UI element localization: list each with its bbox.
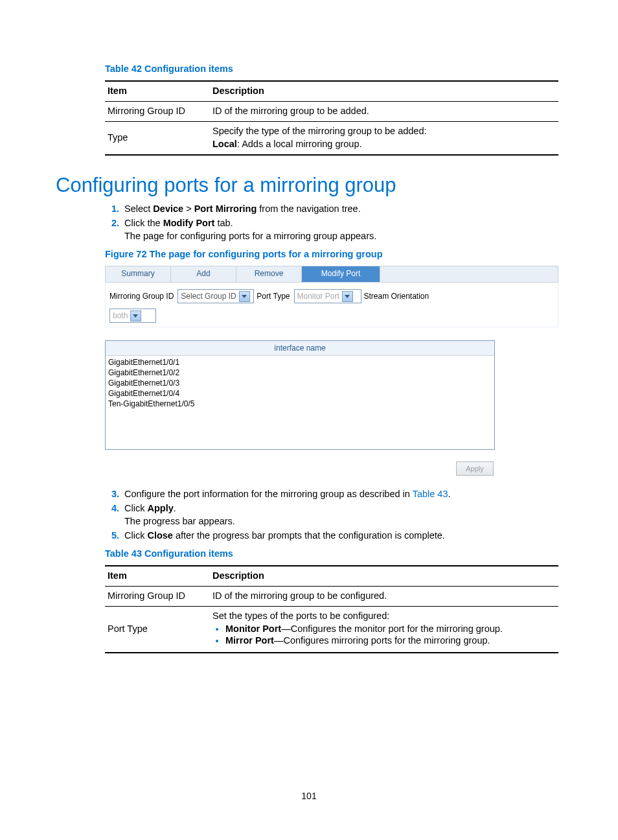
table43-r1-desc: ID of the mirroring group to be configur… bbox=[210, 587, 558, 607]
step1-mid: > bbox=[183, 204, 194, 214]
table42-r2-bold: Local bbox=[212, 139, 237, 149]
tab-rest bbox=[380, 266, 558, 282]
step2-extra: The page for configuring ports for a mir… bbox=[124, 231, 562, 241]
step5-b: Close bbox=[147, 530, 173, 541]
step3-link[interactable]: Table 43 bbox=[413, 489, 448, 499]
step1-pre: Select bbox=[124, 204, 153, 214]
tab-bar: Summary Add Remove Modify Port bbox=[105, 266, 558, 283]
table42-r1-item: Mirroring Group ID bbox=[105, 102, 210, 122]
section-heading: Configuring ports for a mirroring group bbox=[56, 174, 562, 197]
table43-r2-b2-rest: —Configures mirroring ports for the mirr… bbox=[274, 635, 490, 646]
step-1: Select Device > Port Mirroring from the … bbox=[122, 204, 562, 214]
table42-r2-line1: Specify the type of the mirroring group … bbox=[212, 126, 426, 136]
tab-modify-port[interactable]: Modify Port bbox=[302, 266, 380, 282]
table43-r2-b2-bold: Mirror Port bbox=[225, 635, 274, 646]
step-3: Configure the port information for the m… bbox=[122, 489, 562, 499]
step4-pre: Click bbox=[124, 503, 147, 513]
dropdown-pt-value: Monitor Port bbox=[297, 292, 339, 301]
steps-list-b: Configure the port information for the m… bbox=[105, 489, 562, 541]
dropdown-port-type[interactable]: Monitor Port bbox=[294, 289, 361, 303]
table42-r2-item: Type bbox=[105, 122, 210, 156]
label-stream-orientation: Stream Orientation bbox=[364, 292, 429, 301]
table42-header-item: Item bbox=[105, 81, 210, 102]
step-2: Click the Modify Port tab. The page for … bbox=[122, 218, 562, 241]
step4-post: . bbox=[174, 503, 176, 513]
tab-add[interactable]: Add bbox=[171, 266, 236, 282]
table43-header-desc: Description bbox=[210, 566, 558, 587]
step4-b: Apply bbox=[147, 503, 173, 513]
step1-post: from the navigation tree. bbox=[257, 204, 360, 214]
table43-r2-desc: Set the types of the ports to be configu… bbox=[210, 607, 558, 653]
interface-header: interface name bbox=[106, 341, 494, 356]
step2-post: tab. bbox=[214, 218, 233, 228]
dropdown-mgid-value: Select Group ID bbox=[181, 292, 236, 301]
table43: Item Description Mirroring Group ID ID o… bbox=[105, 565, 558, 653]
step1-b2: Port Mirroring bbox=[194, 204, 257, 214]
figure-caption: Figure 72 The page for configuring ports… bbox=[105, 249, 562, 259]
table43-caption: Table 43 Configuration items bbox=[105, 548, 562, 559]
dropdown-so-value: both bbox=[113, 311, 128, 320]
step1-b1: Device bbox=[153, 204, 183, 214]
list-item[interactable]: GigabitEthernet1/0/3 bbox=[108, 378, 492, 388]
chevron-down-icon bbox=[342, 291, 353, 302]
table43-r2-b2: Mirror Port—Configures mirroring ports f… bbox=[225, 635, 553, 646]
list-item[interactable]: GigabitEthernet1/0/1 bbox=[108, 357, 492, 368]
page-number: 101 bbox=[0, 791, 618, 801]
dropdown-mirroring-group-id[interactable]: Select Group ID bbox=[177, 289, 254, 303]
step3-post: . bbox=[448, 489, 450, 499]
step-5: Click Close after the progress bar promp… bbox=[122, 530, 562, 541]
table42-r2-rest: : Adds a local mirroring group. bbox=[237, 139, 362, 149]
table42: Item Description Mirroring Group ID ID o… bbox=[105, 80, 558, 156]
step5-post: after the progress bar prompts that the … bbox=[173, 530, 445, 541]
step2-b: Modify Port bbox=[163, 218, 215, 228]
controls-row: Mirroring Group ID Select Group ID Port … bbox=[105, 283, 558, 327]
table43-r2-b1: Monitor Port—Configures the monitor port… bbox=[225, 624, 553, 634]
table43-r2-intro: Set the types of the ports to be configu… bbox=[212, 611, 389, 621]
chevron-down-icon bbox=[239, 291, 250, 302]
interface-body: GigabitEthernet1/0/1 GigabitEthernet1/0/… bbox=[106, 356, 494, 449]
step4-extra: The progress bar appears. bbox=[124, 516, 562, 526]
interface-listbox[interactable]: interface name GigabitEthernet1/0/1 Giga… bbox=[105, 340, 495, 450]
label-mirroring-group-id: Mirroring Group ID bbox=[109, 292, 174, 301]
table43-r2-item: Port Type bbox=[105, 607, 210, 653]
step3-pre: Configure the port information for the m… bbox=[124, 489, 413, 499]
list-item[interactable]: GigabitEthernet1/0/2 bbox=[108, 368, 492, 378]
table42-header-desc: Description bbox=[210, 81, 558, 102]
label-port-type: Port Type bbox=[257, 292, 290, 301]
table43-r2-b1-bold: Monitor Port bbox=[225, 624, 281, 634]
table43-header-item: Item bbox=[105, 566, 210, 587]
table43-r2-b1-rest: —Configures the monitor port for the mir… bbox=[281, 624, 503, 634]
step5-pre: Click bbox=[124, 530, 147, 541]
table42-r1-desc: ID of the mirroring group to be added. bbox=[210, 102, 558, 122]
step-4: Click Apply. The progress bar appears. bbox=[122, 503, 562, 526]
table43-r1-item: Mirroring Group ID bbox=[105, 587, 210, 607]
tab-summary[interactable]: Summary bbox=[106, 266, 171, 282]
list-item[interactable]: Ten-GigabitEthernet1/0/5 bbox=[108, 399, 492, 409]
figure-screenshot: Summary Add Remove Modify Port Mirroring… bbox=[105, 266, 558, 476]
table42-caption: Table 42 Configuration items bbox=[105, 64, 562, 74]
list-item[interactable]: GigabitEthernet1/0/4 bbox=[108, 388, 492, 399]
table42-r2-desc: Specify the type of the mirroring group … bbox=[210, 122, 558, 156]
tab-remove[interactable]: Remove bbox=[236, 266, 302, 282]
step2-pre: Click the bbox=[124, 218, 163, 228]
apply-button[interactable]: Apply bbox=[456, 461, 494, 476]
dropdown-stream-orientation[interactable]: both bbox=[109, 309, 156, 323]
steps-list-a: Select Device > Port Mirroring from the … bbox=[105, 204, 562, 241]
chevron-down-icon bbox=[130, 310, 141, 321]
